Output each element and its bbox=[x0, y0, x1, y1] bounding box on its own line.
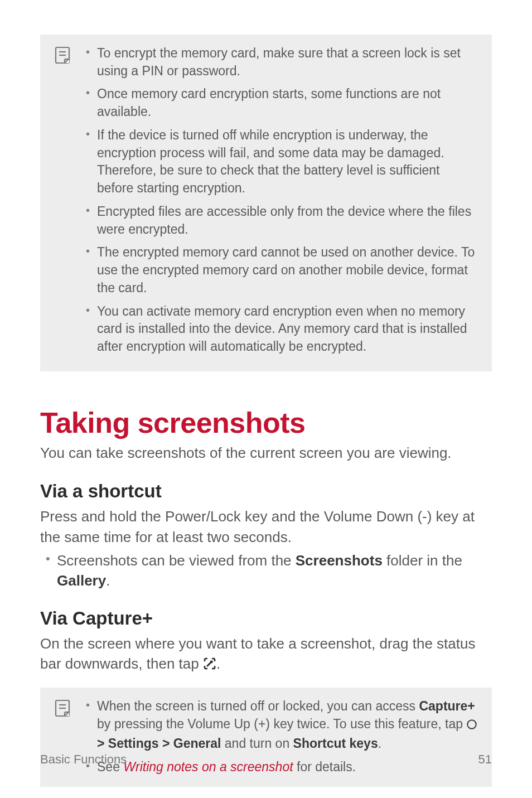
note-list-1: To encrypt the memory card, make sure th… bbox=[85, 45, 478, 356]
section-heading: Taking screenshots bbox=[40, 406, 492, 439]
text: . bbox=[216, 655, 220, 672]
text: by pressing the Volume Up (+) key twice.… bbox=[97, 717, 466, 731]
text: On the screen where you want to take a s… bbox=[40, 635, 475, 672]
text: Screenshots can be viewed from the bbox=[57, 552, 296, 569]
shortcut-para: Press and hold the Power/Lock key and th… bbox=[40, 506, 492, 547]
bold-text: Shortcut keys bbox=[293, 736, 378, 751]
section-intro: You can take screenshots of the current … bbox=[40, 443, 492, 463]
bold-text: Settings bbox=[108, 736, 159, 751]
note-icon bbox=[54, 699, 72, 718]
list-item: Screenshots can be viewed from the Scree… bbox=[40, 550, 492, 591]
note-icon bbox=[54, 46, 72, 65]
svg-point-6 bbox=[468, 720, 476, 728]
text: and turn on bbox=[221, 736, 293, 751]
capture-plus-icon bbox=[203, 655, 216, 675]
bold-text: Gallery bbox=[57, 572, 106, 589]
note-item: Once memory card encryption starts, some… bbox=[85, 85, 478, 120]
note-box-1: To encrypt the memory card, make sure th… bbox=[40, 35, 492, 371]
shortcut-list: Screenshots can be viewed from the Scree… bbox=[40, 550, 492, 591]
text: When the screen is turned off or locked,… bbox=[97, 699, 419, 713]
note-item: You can activate memory card encryption … bbox=[85, 303, 478, 356]
bold-text: Capture+ bbox=[419, 699, 475, 713]
bold-text: Screenshots bbox=[296, 552, 383, 569]
text: folder in the bbox=[383, 552, 462, 569]
footer-section: Basic Functions bbox=[40, 752, 127, 767]
text: . bbox=[106, 572, 110, 589]
note-box-2: When the screen is turned off or locked,… bbox=[40, 688, 492, 787]
chevron-text: > bbox=[97, 736, 108, 751]
footer: Basic Functions 51 bbox=[40, 752, 492, 767]
capture-para: On the screen where you want to take a s… bbox=[40, 633, 492, 676]
subheading-capture: Via Capture+ bbox=[40, 608, 492, 629]
circle-icon bbox=[466, 717, 477, 735]
subheading-shortcut: Via a shortcut bbox=[40, 481, 492, 502]
note-item: To encrypt the memory card, make sure th… bbox=[85, 45, 478, 80]
text: . bbox=[378, 736, 381, 751]
chevron-text: > bbox=[159, 736, 173, 751]
note-item: The encrypted memory card cannot be used… bbox=[85, 244, 478, 297]
page-number: 51 bbox=[478, 752, 492, 767]
bold-text: General bbox=[173, 736, 221, 751]
note-item: If the device is turned off while encryp… bbox=[85, 127, 478, 197]
note-item: When the screen is turned off or locked,… bbox=[85, 698, 478, 752]
note-item: Encrypted files are accessible only from… bbox=[85, 203, 478, 238]
